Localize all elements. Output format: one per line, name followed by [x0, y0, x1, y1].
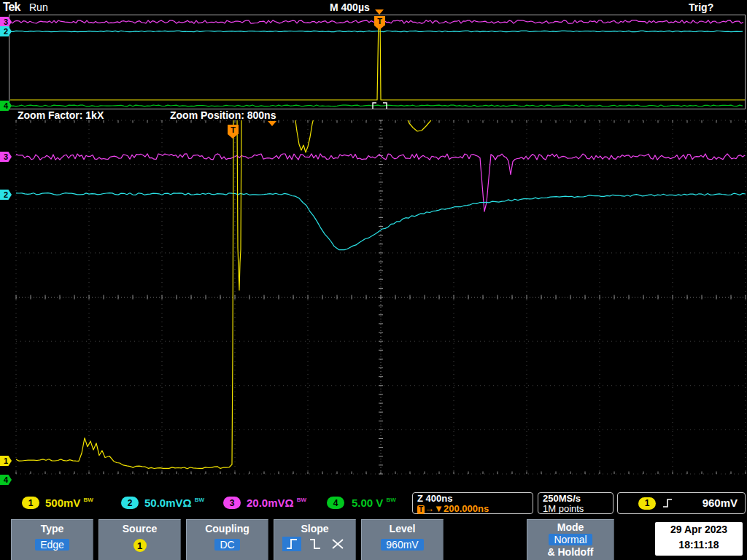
trace-ch1a-main	[16, 438, 229, 469]
trace-ch4-main	[16, 478, 746, 480]
trigger-readout-box: 1 960mV	[617, 492, 746, 514]
trace-ch2-main	[16, 193, 746, 250]
ch3-badge: 3	[223, 497, 241, 509]
ch3-scale-readout: 20.0mVΩ BW	[247, 497, 306, 509]
zoom-scale-readout: Z 400ns	[417, 494, 528, 504]
trigger-flag-overview[interactable]: T	[374, 16, 385, 26]
tek-logo: Tek	[3, 1, 20, 14]
trigger-flag-main[interactable]: T	[228, 125, 239, 134]
trace-ch3-main	[16, 154, 745, 211]
ch2-bw-indicator: BW	[195, 497, 204, 503]
trigger-point-marker-icon	[268, 121, 276, 126]
ch3-bw-indicator: BW	[297, 497, 306, 503]
trigger-slope-icon	[662, 497, 673, 509]
trigger-status: Trig?	[689, 1, 713, 13]
ch4-badge: 4	[327, 497, 344, 509]
acquisition-status: Run	[29, 1, 48, 13]
ch2-badge: 2	[121, 497, 139, 509]
trigger-level-readout: 960mV	[703, 498, 738, 508]
oscilloscope-screen: Tek Run M 400µs Trig? 3 2 4 T Zoom Facto…	[0, 0, 747, 560]
trace-ch4-overview	[10, 105, 743, 106]
graticule-ticks	[16, 120, 746, 474]
ch1-scale-readout: 500mV BW	[45, 497, 93, 509]
ch4-scale-readout: 5.00 V BW	[352, 497, 396, 509]
trace-ch2-overview	[10, 31, 743, 31]
readout-bar: 1 500mV BW 2 50.0mVΩ BW 3 20.0mVΩ BW 4 5…	[0, 491, 747, 516]
trigger-t-badge: T	[417, 505, 425, 514]
ch2-scale-readout: 50.0mVΩ BW	[144, 497, 204, 509]
acquisition-box: 250MS/s 1M points	[538, 492, 614, 514]
zoom-position-marker-icon[interactable]	[375, 9, 384, 15]
sample-rate-readout: 250MS/s	[543, 494, 608, 504]
zoom-factor-label: Zoom Factor: 1kX	[18, 109, 104, 121]
ch1-badge: 1	[22, 497, 39, 509]
ch4-bw-indicator: BW	[387, 497, 396, 503]
timebase-readout: M 400µs	[330, 1, 370, 13]
ch1-bw-indicator: BW	[84, 497, 93, 503]
trigger-source-badge: 1	[638, 497, 656, 510]
zoom-position-label: Zoom Position: 800ns	[170, 109, 276, 121]
trace-ch1c-main	[295, 115, 314, 152]
trace-ch1d-main	[406, 115, 434, 131]
zoom-timebase-box: Z 400ns T→▼200.000ns	[412, 492, 533, 514]
waveform-display	[0, 0, 747, 560]
record-length-readout: 1M points	[543, 504, 608, 514]
trigger-position-readout: T→▼200.000ns	[417, 504, 528, 514]
